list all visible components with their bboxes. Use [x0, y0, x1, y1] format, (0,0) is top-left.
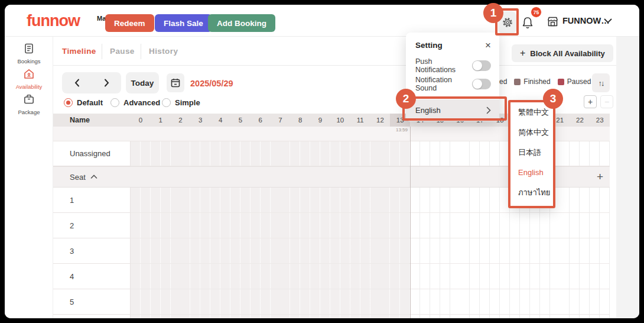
hour-header: 9	[310, 114, 330, 127]
current-time-label: 13:59	[384, 127, 408, 133]
hour-header: 11	[350, 114, 370, 127]
tab-pause[interactable]: Pause	[110, 37, 135, 66]
mode-advanced[interactable]: Advanced	[110, 98, 160, 107]
availability-home-icon	[23, 68, 35, 80]
name-column-header: Name	[53, 114, 131, 127]
language-option-th[interactable]: ภาษาไทย	[510, 183, 554, 203]
radio-selected-icon[interactable]	[64, 98, 73, 107]
language-option-zh-cn[interactable]: 简体中文	[510, 122, 554, 143]
hour-header: 7	[271, 114, 291, 127]
hour-header: 4	[210, 114, 230, 127]
block-button-label: Block All Availability	[530, 49, 604, 58]
current-date[interactable]: 2025/05/29	[190, 79, 233, 88]
row-label: 4	[53, 264, 131, 289]
zoom-out-button[interactable]: −	[600, 95, 613, 108]
table-row	[53, 315, 616, 318]
annotation-step-1: 1	[483, 3, 503, 23]
bell-icon	[521, 16, 534, 30]
notification-sound-toggle[interactable]	[472, 79, 491, 89]
group-label: Seat	[70, 173, 86, 182]
flash-sale-button[interactable]: Flash Sale	[155, 14, 212, 32]
add-seat-button[interactable]: +	[597, 170, 603, 183]
current-time-line	[410, 127, 411, 318]
legend-item-paused: Paused	[558, 77, 591, 86]
store-icon	[547, 15, 559, 28]
sidebar-item-package[interactable]: Package	[5, 88, 53, 113]
settings-panel: Setting × Push Notifications Notificatio…	[406, 33, 499, 121]
hour-header: 12	[370, 114, 391, 127]
chevron-right-icon	[486, 106, 491, 114]
push-notifications-row: Push Notifications	[406, 56, 499, 75]
hour-header: 8	[290, 114, 310, 127]
add-booking-button[interactable]: Add Booking	[208, 14, 275, 32]
language-submenu: 繁體中文 简体中文 日本語 English ภาษาไทย	[510, 101, 554, 208]
tab-separator	[102, 44, 102, 59]
timeline-track	[131, 315, 610, 318]
tab-bar: Timeline Pause History + Block All Avail…	[53, 37, 616, 66]
status-legend: ed Finished Paused	[499, 77, 591, 86]
hour-header: 10	[330, 114, 350, 127]
left-sidebar: Bookings Availability Package	[5, 37, 53, 318]
radio-icon[interactable]	[110, 98, 119, 107]
gear-icon	[502, 17, 513, 28]
row-label: 2	[53, 213, 131, 238]
timeline-track[interactable]	[131, 238, 610, 264]
language-option-en[interactable]: English	[510, 163, 554, 183]
plus-icon: +	[520, 48, 525, 59]
block-all-availability-button[interactable]: + Block All Availability	[512, 44, 613, 62]
hour-header: 3	[190, 114, 210, 127]
prev-day-button[interactable]	[62, 72, 92, 93]
next-day-button[interactable]	[92, 72, 121, 93]
package-icon	[23, 93, 35, 105]
brand-logo: funnow	[27, 12, 80, 30]
tab-separator	[141, 44, 141, 59]
date-nav-group	[62, 72, 121, 93]
calendar-button[interactable]	[167, 73, 184, 92]
annotation-step-2: 2	[396, 89, 416, 109]
notification-sound-row: Notification Sound	[406, 75, 499, 93]
chevron-up-icon[interactable]	[90, 175, 97, 179]
sidebar-item-bookings[interactable]: Bookings	[5, 37, 53, 62]
table-row[interactable]: 2	[53, 213, 616, 238]
close-icon[interactable]: ×	[485, 40, 491, 50]
hour-header: 1	[151, 114, 171, 127]
annotation-step-3: 3	[543, 89, 563, 109]
notification-count-badge: 75	[531, 7, 542, 18]
calendar-icon	[170, 77, 181, 88]
account-name[interactable]: FUNNOW…	[562, 16, 610, 25]
push-notifications-toggle[interactable]	[472, 60, 491, 71]
sidebar-item-label: Package	[5, 109, 53, 115]
timeline-track[interactable]	[131, 213, 610, 238]
tab-timeline[interactable]: Timeline	[62, 37, 96, 66]
timeline-track[interactable]	[131, 289, 610, 315]
radio-icon[interactable]	[162, 98, 171, 107]
tab-history[interactable]: History	[149, 37, 178, 66]
chevron-down-icon[interactable]	[604, 18, 612, 24]
paused-swatch	[558, 79, 564, 85]
zoom-in-button[interactable]: +	[584, 95, 597, 108]
sort-button[interactable]: ↑↓	[592, 73, 610, 92]
row-label: 3	[53, 238, 131, 264]
timeline-track[interactable]	[131, 264, 610, 289]
settings-title: Setting	[415, 41, 443, 50]
today-button[interactable]: Today	[126, 72, 159, 93]
redeem-button[interactable]: Redeem	[105, 14, 154, 32]
mode-default[interactable]: Default	[64, 98, 103, 107]
hour-header: 0	[131, 114, 151, 127]
table-row[interactable]: 4	[53, 264, 616, 289]
row-label: 1	[53, 188, 131, 213]
notifications-bell-button[interactable]	[521, 16, 534, 30]
hour-header: 5	[230, 114, 251, 127]
row-label: Unassigned	[53, 141, 131, 166]
legend-item-finished: Finished	[514, 77, 550, 86]
hour-header: 6	[251, 114, 271, 127]
table-row[interactable]: 5	[53, 289, 616, 315]
language-option-ja[interactable]: 日本語	[510, 143, 554, 163]
row-label	[53, 315, 131, 318]
mode-simple[interactable]: Simple	[162, 98, 200, 107]
sidebar-item-availability[interactable]: Availability	[5, 62, 53, 88]
table-row[interactable]: 3	[53, 238, 616, 264]
bookings-icon	[23, 43, 35, 54]
language-menu-item[interactable]: English	[406, 99, 499, 121]
right-gutter	[616, 37, 639, 318]
